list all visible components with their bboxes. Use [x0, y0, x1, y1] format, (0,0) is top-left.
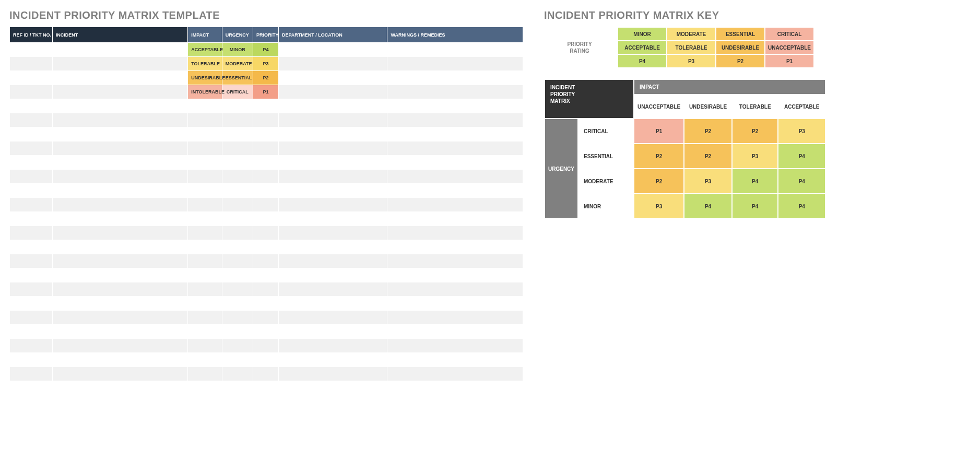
rating-cell: TOLERABLE [667, 41, 716, 54]
cell-ref[interactable] [10, 85, 53, 99]
cell-ref[interactable] [10, 57, 53, 71]
table-row[interactable] [10, 311, 523, 325]
col-priority: PRIORITY [253, 27, 278, 43]
rating-cell: ACCEPTABLE [618, 41, 667, 54]
col-impact: IMPACT [188, 27, 222, 43]
matrix-cell: P2 [684, 119, 732, 144]
table-row[interactable] [10, 184, 523, 198]
table-row[interactable] [10, 113, 523, 127]
urgency-row-label: MINOR [578, 194, 634, 219]
matrix-cell: P3 [732, 144, 778, 169]
cell-impact[interactable]: INTOLERABLE [188, 85, 222, 99]
cell-urgency[interactable]: CRITICAL [222, 85, 253, 99]
table-row[interactable] [10, 367, 523, 381]
table-row[interactable] [10, 268, 523, 282]
cell-incident[interactable] [52, 57, 188, 71]
matrix-cell: P4 [778, 169, 825, 194]
urgency-row-label: MODERATE [578, 169, 634, 194]
rating-cell: P4 [618, 54, 667, 68]
priority-rating-table: PRIORITYRATINGMINORMODERATEESSENTIALCRIT… [544, 27, 814, 68]
cell-priority[interactable]: P2 [253, 71, 278, 85]
table-row[interactable] [10, 198, 523, 212]
priority-matrix-table: INCIDENTPRIORITYMATRIXIMPACTUNACCEPTABLE… [544, 79, 826, 219]
table-row[interactable] [10, 381, 523, 395]
template-section: INCIDENT PRIORITY MATRIX TEMPLATE REF ID… [9, 9, 523, 395]
cell-incident[interactable] [52, 85, 188, 99]
table-row[interactable]: UNDESIRABLEESSENTIALP2 [10, 71, 523, 85]
priority-rating-block: PRIORITYRATINGMINORMODERATEESSENTIALCRIT… [544, 27, 826, 68]
cell-urgency[interactable]: MINOR [222, 43, 253, 57]
table-row[interactable] [10, 170, 523, 184]
matrix-cell: P1 [634, 119, 684, 144]
rating-cell: P3 [667, 54, 716, 68]
cell-ref[interactable] [10, 43, 53, 57]
cell-dept[interactable] [278, 57, 387, 71]
matrix-cell: P2 [634, 144, 684, 169]
matrix-corner: INCIDENTPRIORITYMATRIX [545, 79, 634, 119]
template-title: INCIDENT PRIORITY MATRIX TEMPLATE [9, 9, 523, 21]
table-row[interactable]: TOLERABLEMODERATEP3 [10, 57, 523, 71]
table-row[interactable] [10, 254, 523, 268]
cell-warn[interactable] [387, 85, 523, 99]
matrix-cell: P4 [732, 194, 778, 219]
table-row[interactable] [10, 353, 523, 367]
table-row[interactable]: ACCEPTABLEMINORP4 [10, 43, 523, 57]
table-row[interactable] [10, 282, 523, 297]
template-table: REF ID / TKT NO. INCIDENT IMPACT URGENCY… [9, 27, 523, 395]
impact-col-head: UNDESIRABLE [684, 95, 732, 119]
impact-col-head: TOLERABLE [732, 95, 778, 119]
cell-dept[interactable] [278, 43, 387, 57]
table-row[interactable] [10, 325, 523, 339]
matrix-cell: P3 [778, 119, 825, 144]
matrix-cell: P2 [732, 119, 778, 144]
table-row[interactable] [10, 240, 523, 254]
table-row[interactable] [10, 127, 523, 141]
cell-ref[interactable] [10, 71, 53, 85]
cell-incident[interactable] [52, 71, 188, 85]
cell-incident[interactable] [52, 43, 188, 57]
priority-rating-label: PRIORITYRATING [545, 27, 618, 68]
cell-warn[interactable] [387, 43, 523, 57]
table-row[interactable]: INTOLERABLECRITICALP1 [10, 85, 523, 99]
col-warn: WARNINGS / REMEDIES [387, 27, 523, 43]
matrix-cell: P2 [634, 169, 684, 194]
matrix-cell: P4 [732, 169, 778, 194]
matrix-cell: P3 [684, 169, 732, 194]
table-row[interactable] [10, 212, 523, 226]
table-row[interactable] [10, 297, 523, 311]
rating-cell: ESSENTIAL [716, 27, 765, 41]
urgency-row-label: CRITICAL [578, 119, 634, 144]
key-section: INCIDENT PRIORITY MATRIX KEY PRIORITYRAT… [544, 9, 826, 219]
cell-impact[interactable]: ACCEPTABLE [188, 43, 222, 57]
col-urgency: URGENCY [222, 27, 253, 43]
cell-priority[interactable]: P4 [253, 43, 278, 57]
rating-cell: UNACCEPTABLE [765, 41, 814, 54]
rating-cell: P2 [716, 54, 765, 68]
table-row[interactable] [10, 226, 523, 240]
table-row[interactable] [10, 339, 523, 353]
table-row[interactable] [10, 156, 523, 170]
cell-impact[interactable]: UNDESIRABLE [188, 71, 222, 85]
col-incident: INCIDENT [52, 27, 188, 43]
cell-urgency[interactable]: ESSENTIAL [222, 71, 253, 85]
rating-cell: MODERATE [667, 27, 716, 41]
impact-col-head: ACCEPTABLE [778, 95, 825, 119]
key-title: INCIDENT PRIORITY MATRIX KEY [544, 9, 826, 21]
urgency-header: URGENCY [545, 119, 578, 219]
impact-col-head: UNACCEPTABLE [634, 95, 684, 119]
col-ref: REF ID / TKT NO. [10, 27, 53, 43]
col-dept: DEPARTMENT / LOCATION [278, 27, 387, 43]
matrix-cell: P4 [778, 194, 825, 219]
table-row[interactable] [10, 141, 523, 156]
cell-warn[interactable] [387, 71, 523, 85]
cell-impact[interactable]: TOLERABLE [188, 57, 222, 71]
matrix-cell: P4 [778, 144, 825, 169]
cell-dept[interactable] [278, 85, 387, 99]
cell-dept[interactable] [278, 71, 387, 85]
cell-urgency[interactable]: MODERATE [222, 57, 253, 71]
table-row[interactable] [10, 99, 523, 113]
cell-priority[interactable]: P3 [253, 57, 278, 71]
cell-warn[interactable] [387, 57, 523, 71]
rating-cell: CRITICAL [765, 27, 814, 41]
cell-priority[interactable]: P1 [253, 85, 278, 99]
